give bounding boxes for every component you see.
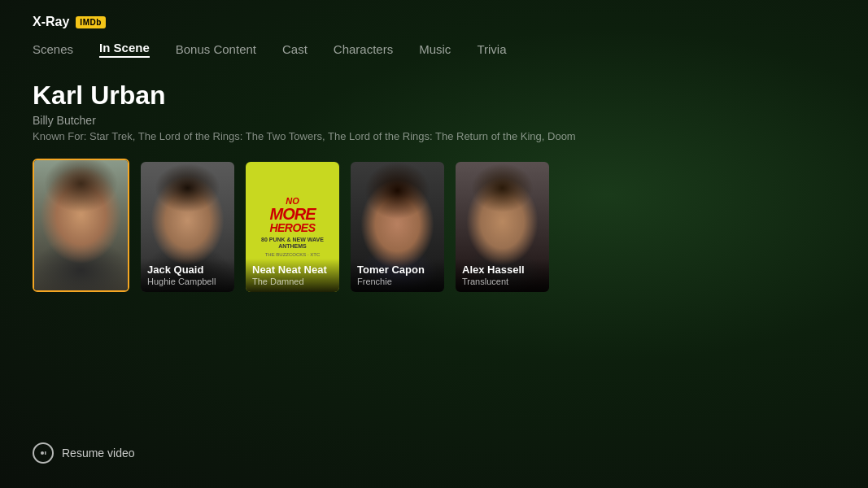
card-label-neat: Neat Neat Neat The Damned (246, 259, 339, 292)
nav-bar: Scenes In Scene Bonus Content Cast Chara… (0, 29, 868, 58)
nav-item-bonus-content[interactable]: Bonus Content (176, 42, 256, 56)
header: X-Ray IMDb (0, 0, 868, 29)
nav-item-music[interactable]: Music (419, 42, 451, 56)
card-name-tomer: Tomer Capon (357, 264, 438, 277)
card-name-alex: Alex Hassell (462, 264, 543, 277)
card-role-jack: Hughie Campbell (147, 277, 228, 287)
actor-role: Billy Butcher (33, 114, 835, 127)
nav-item-characters[interactable]: Characters (334, 42, 393, 56)
card-name-neat: Neat Neat Neat (252, 264, 333, 277)
card-tomer-capon[interactable]: Tomer Capon Frenchie (351, 162, 444, 292)
card-alex-hassell[interactable]: Alex Hassell Translucent (456, 162, 549, 292)
nav-item-scenes[interactable]: Scenes (33, 42, 73, 56)
card-role-neat: The Damned (252, 277, 333, 287)
actor-info: Karl Urban Billy Butcher Known For: Star… (0, 58, 868, 142)
actor-known-for: Known For: Star Trek, The Lord of the Ri… (33, 130, 835, 142)
resume-icon (33, 442, 54, 464)
svg-rect-1 (45, 451, 46, 455)
cards-row: Jack Quaid Hughie Campbell NO MORE HEROE… (0, 142, 868, 292)
card-label-jack: Jack Quaid Hughie Campbell (141, 259, 234, 292)
card-label-tomer: Tomer Capon Frenchie (351, 259, 444, 292)
card-role-alex: Translucent (462, 277, 543, 287)
resume-label: Resume video (62, 447, 135, 460)
xray-title: X-Ray (33, 15, 69, 29)
nav-item-cast[interactable]: Cast (282, 42, 308, 56)
nav-item-in-scene[interactable]: In Scene (99, 41, 150, 58)
svg-point-0 (41, 451, 44, 455)
card-role-tomer: Frenchie (357, 277, 438, 287)
nav-item-trivia[interactable]: Trivia (477, 42, 506, 56)
card-jack-quaid[interactable]: Jack Quaid Hughie Campbell (141, 162, 234, 292)
card-neat-neat-neat[interactable]: NO MORE HEROES 80 PUNK & NEW WAVE ANTHEM… (246, 162, 339, 292)
imdb-badge: IMDb (76, 16, 105, 28)
card-karl-urban[interactable] (33, 159, 129, 292)
card-label-alex: Alex Hassell Translucent (456, 259, 549, 292)
actor-name: Karl Urban (33, 81, 835, 111)
resume-button[interactable]: Resume video (33, 442, 135, 464)
card-name-jack: Jack Quaid (147, 264, 228, 277)
